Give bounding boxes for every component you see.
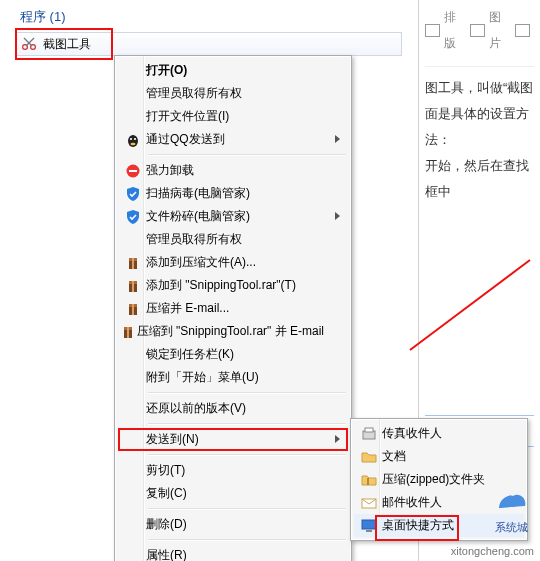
menu-file-shred[interactable]: 文件粉碎(电脑管家) (118, 205, 348, 228)
menu-force-uninstall[interactable]: 强力卸载 (118, 159, 348, 182)
result-label: 截图工具 (43, 36, 91, 53)
menu-label: 剪切(T) (146, 462, 185, 479)
svg-point-5 (130, 137, 132, 139)
menu-label: 压缩(zipped)文件夹 (382, 471, 485, 488)
rar-icon (120, 324, 136, 340)
svg-rect-12 (132, 258, 134, 269)
menu-label: 文件粉碎(电脑管家) (146, 208, 250, 225)
menu-label: 还原以前的版本(V) (146, 400, 246, 417)
toolbar-image[interactable]: 图片 (489, 4, 511, 56)
svg-rect-23 (365, 428, 373, 432)
video-icon (515, 24, 530, 37)
editor-toolbar: 排版 图片 (425, 0, 534, 67)
menu-label: 压缩到 "SnippingTool.rar" 并 E-mail (137, 323, 324, 340)
svg-rect-24 (367, 478, 369, 485)
text-line: 面是具体的设置方法： (425, 101, 534, 153)
menu-separator (148, 454, 346, 456)
menu-separator (148, 423, 346, 425)
layout-icon (425, 24, 440, 37)
scissors-icon (21, 36, 37, 52)
rar-icon (125, 255, 141, 271)
qq-icon (125, 132, 141, 148)
menu-pin-taskbar[interactable]: 锁定到任务栏(K) (118, 343, 348, 366)
svg-point-6 (134, 137, 136, 139)
menu-qq-send[interactable]: 通过QQ发送到 (118, 128, 348, 151)
menu-compress-rar-email[interactable]: 压缩到 "SnippingTool.rar" 并 E-mail (118, 320, 348, 343)
menu-label: 压缩并 E-mail... (146, 300, 229, 317)
svg-rect-9 (129, 170, 137, 172)
chevron-right-icon (335, 435, 340, 443)
watermark-logo: 系统城 (494, 488, 528, 535)
svg-rect-26 (362, 520, 376, 529)
watermark-label: 系统城 (494, 520, 528, 535)
section-header: 程序 (1) (0, 0, 418, 30)
menu-add-to-rar[interactable]: 添加到 "SnippingTool.rar"(T) (118, 274, 348, 297)
menu-admin[interactable]: 管理员取得所有权 (118, 82, 348, 105)
menu-label: 邮件收件人 (382, 494, 442, 511)
menu-label: 复制(C) (146, 485, 187, 502)
menu-label: 删除(D) (146, 516, 187, 533)
text-line: 开始，然后在查找框中 (425, 153, 534, 205)
shield-icon (125, 186, 141, 202)
menu-pin-start[interactable]: 附到「开始」菜单(U) (118, 366, 348, 389)
desktop-icon (361, 518, 377, 534)
menu-label: 文档 (382, 448, 406, 465)
menu-copy[interactable]: 复制(C) (118, 482, 348, 505)
chevron-right-icon (335, 212, 340, 220)
menu-cut[interactable]: 剪切(T) (118, 459, 348, 482)
chevron-right-icon (335, 135, 340, 143)
rar-icon (125, 278, 141, 294)
menu-delete[interactable]: 删除(D) (118, 513, 348, 536)
mail-icon (361, 495, 377, 511)
svg-rect-15 (132, 281, 134, 292)
image-icon (470, 24, 485, 37)
menu-label: 通过QQ发送到 (146, 131, 225, 148)
folder-icon (361, 449, 377, 465)
menu-send-to[interactable]: 发送到(N) (118, 428, 348, 451)
search-result-item[interactable]: 截图工具 (16, 32, 402, 56)
menu-label: 锁定到任务栏(K) (146, 346, 234, 363)
svg-rect-18 (132, 304, 134, 315)
menu-open-location[interactable]: 打开文件位置(I) (118, 105, 348, 128)
menu-label: 附到「开始」菜单(U) (146, 369, 259, 386)
svg-rect-21 (127, 327, 129, 338)
submenu-fax[interactable]: 传真收件人 (354, 422, 524, 445)
svg-rect-27 (366, 530, 372, 532)
menu-label: 属性(R) (146, 547, 187, 561)
menu-open[interactable]: 打开(O) (118, 59, 348, 82)
context-menu: 打开(O) 管理员取得所有权 打开文件位置(I) 通过QQ发送到 强力卸载 扫描… (114, 55, 352, 561)
menu-restore-prev[interactable]: 还原以前的版本(V) (118, 397, 348, 420)
svg-point-7 (131, 142, 136, 144)
text-line: 图工具，叫做“截图 (425, 75, 534, 101)
menu-separator (148, 154, 346, 156)
menu-separator (148, 392, 346, 394)
zip-icon (361, 472, 377, 488)
menu-label: 桌面快捷方式 (382, 517, 454, 534)
menu-label: 添加到压缩文件(A)... (146, 254, 256, 271)
watermark-url: xitongcheng.com (451, 545, 534, 557)
menu-label: 扫描病毒(电脑管家) (146, 185, 250, 202)
menu-label: 传真收件人 (382, 425, 442, 442)
menu-label: 管理员取得所有权 (146, 85, 242, 102)
menu-separator (148, 508, 346, 510)
menu-properties[interactable]: 属性(R) (118, 544, 348, 561)
menu-add-archive[interactable]: 添加到压缩文件(A)... (118, 251, 348, 274)
menu-separator (148, 539, 346, 541)
menu-admin2[interactable]: 管理员取得所有权 (118, 228, 348, 251)
menu-scan-virus[interactable]: 扫描病毒(电脑管家) (118, 182, 348, 205)
menu-label: 强力卸载 (146, 162, 194, 179)
menu-label: 管理员取得所有权 (146, 231, 242, 248)
menu-label: 打开(O) (146, 62, 187, 79)
toolbar-layout[interactable]: 排版 (444, 4, 466, 56)
fax-icon (361, 426, 377, 442)
uninstall-icon (125, 163, 141, 179)
menu-compress-email[interactable]: 压缩并 E-mail... (118, 297, 348, 320)
menu-label: 打开文件位置(I) (146, 108, 229, 125)
rar-icon (125, 301, 141, 317)
shield-icon (125, 209, 141, 225)
menu-label: 添加到 "SnippingTool.rar"(T) (146, 277, 296, 294)
menu-label: 发送到(N) (146, 431, 199, 448)
submenu-docs[interactable]: 文档 (354, 445, 524, 468)
